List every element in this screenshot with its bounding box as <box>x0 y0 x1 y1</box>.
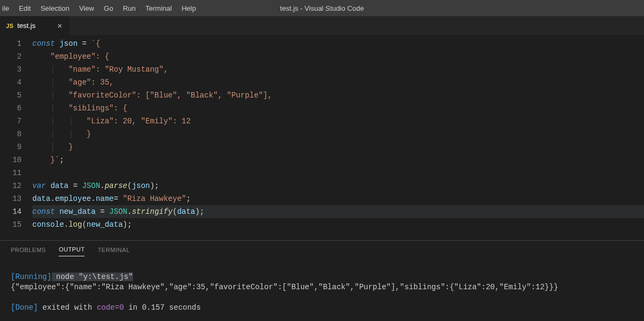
done-suffix: in 0.157 seconds <box>124 303 201 312</box>
line-number: 7 <box>0 115 22 128</box>
menu-selection[interactable]: Selection <box>36 0 74 16</box>
line-number: 14 <box>0 205 22 218</box>
line-number: 11 <box>0 166 22 179</box>
running-tag: [Running] <box>11 273 52 281</box>
line-number: 13 <box>0 192 22 205</box>
code-line[interactable]: │ "name": "Roy Mustang", <box>32 63 644 76</box>
code-line[interactable]: }`; <box>32 153 644 166</box>
code-line[interactable]: const new_data = JSON.stringify(data); <box>32 205 644 218</box>
output-body[interactable]: [Running] node "y:\test.js" {"employee":… <box>0 259 644 321</box>
code-line[interactable]: │ "siblings": { <box>32 102 644 115</box>
line-number: 10 <box>0 153 22 166</box>
line-number: 6 <box>0 102 22 115</box>
line-number: 2 <box>0 50 22 63</box>
running-command: node "y:\test.js" <box>52 273 133 281</box>
tab-label: test.js <box>17 22 52 30</box>
done-prefix: exited with <box>38 303 96 312</box>
title-bar: ileEditSelectionViewGoRunTerminalHelp te… <box>0 0 644 16</box>
panel-tab-output[interactable]: OUTPUT <box>59 243 85 256</box>
line-number: 9 <box>0 141 22 153</box>
menu-ile[interactable]: ile <box>0 0 14 16</box>
menu-run[interactable]: Run <box>118 0 141 16</box>
menu-edit[interactable]: Edit <box>14 0 36 16</box>
js-file-icon: JS <box>5 22 14 30</box>
code-line[interactable]: data.employee.name= "Riza Hawkeye"; <box>32 192 644 205</box>
code-line[interactable]: │ "favoriteColor": ["Blue", "Black", "Pu… <box>32 89 644 102</box>
bottom-panel: PROBLEMSOUTPUTTERMINAL [Running] node "y… <box>0 240 644 321</box>
done-tag: [Done] <box>11 303 38 312</box>
code-line[interactable] <box>32 166 644 179</box>
done-code: code=0 <box>97 303 124 312</box>
code-line[interactable]: var data = JSON.parse(json); <box>32 179 644 192</box>
line-number: 1 <box>0 37 22 50</box>
panel-tabs: PROBLEMSOUTPUTTERMINAL <box>0 241 644 259</box>
output-json: {"employee":{"name":"Riza Hawkeye","age"… <box>11 283 558 291</box>
code-line[interactable]: const json = `{ <box>32 37 644 50</box>
editor-tabs: JS test.js × <box>0 16 644 35</box>
tab-test-js[interactable]: JS test.js × <box>0 16 70 35</box>
line-number: 5 <box>0 89 22 102</box>
code-line[interactable]: console.log(new_data); <box>32 218 644 231</box>
panel-tab-problems[interactable]: PROBLEMS <box>11 243 46 256</box>
menu-go[interactable]: Go <box>99 0 118 16</box>
panel-tab-terminal[interactable]: TERMINAL <box>97 243 130 256</box>
code-line[interactable]: │ │ "Liza": 20, "Emily": 12 <box>32 115 644 128</box>
code-line[interactable]: │ │ } <box>32 128 644 141</box>
editor[interactable]: 123456789101112131415 const json = `{ "e… <box>0 35 644 240</box>
menu-bar: ileEditSelectionViewGoRunTerminalHelp <box>0 0 201 16</box>
line-number: 4 <box>0 76 22 89</box>
menu-terminal[interactable]: Terminal <box>141 0 177 16</box>
line-number: 12 <box>0 179 22 192</box>
line-number-gutter: 123456789101112131415 <box>0 35 32 240</box>
close-icon[interactable]: × <box>55 21 64 30</box>
code-line[interactable]: "employee": { <box>32 50 644 63</box>
code-area[interactable]: const json = `{ "employee": { │ "name": … <box>32 35 644 240</box>
line-number: 3 <box>0 63 22 76</box>
line-number: 15 <box>0 218 22 231</box>
menu-help[interactable]: Help <box>177 0 201 16</box>
code-line[interactable]: │ "age": 35, <box>32 76 644 89</box>
code-line[interactable]: │ } <box>32 141 644 153</box>
line-number: 8 <box>0 128 22 141</box>
menu-view[interactable]: View <box>74 0 99 16</box>
